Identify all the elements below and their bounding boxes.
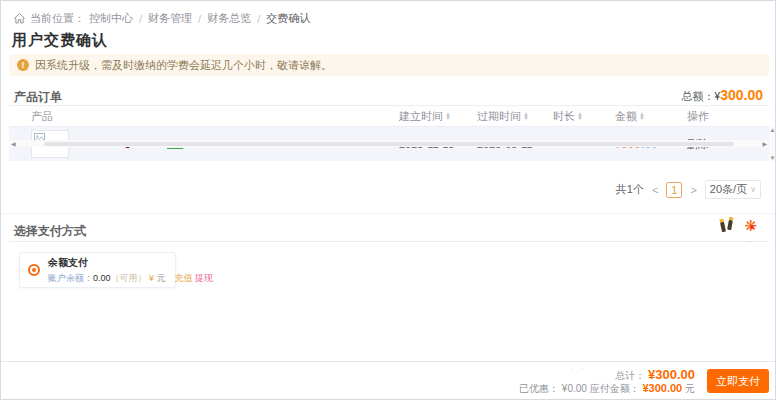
home-icon[interactable] — [13, 12, 26, 25]
breadcrumb-separator: / — [257, 13, 260, 25]
page-title: 用户交费确认 — [12, 31, 108, 50]
warning-text: 因系统升级，需及时缴纳的学费会延迟几个小时，敬请谅解。 — [35, 58, 332, 73]
column-header-duration[interactable]: 时长▲▼ — [553, 109, 615, 124]
prev-page-button[interactable]: < — [650, 184, 660, 196]
dots-icon: ··· — [746, 235, 757, 249]
total-value: 300.00 — [720, 87, 763, 103]
scrollbar-thumb[interactable] — [44, 142, 734, 146]
chevron-down-icon: ∨ — [750, 185, 756, 194]
breadcrumb-location-label: 当前位置： — [30, 11, 85, 26]
pagination: 共1个 < 1 > 20条/页 ∨ — [616, 180, 761, 199]
payment-method-name: 余额支付 — [48, 256, 213, 270]
breadcrumb-item-control-center[interactable]: 控制中心 — [89, 11, 133, 26]
orders-total: 总额：¥300.00 — [682, 87, 763, 104]
totals-summary: 总计： ¥300.00 已优惠： ¥0.00 应付金额： ¥300.00 元 — [519, 368, 695, 395]
orders-table: 产品 建立时间▲▼ 过期时间▲▼ 时长▲▼ 金额▲▼ 操作 ■■■▪ㅡㅡ▮■▪≡… — [9, 105, 769, 161]
payable-unit: 元 — [685, 383, 695, 394]
pagination-total: 共1个 — [616, 182, 644, 197]
firecracker-icon — [720, 219, 734, 233]
breadcrumb-separator: / — [139, 13, 142, 25]
vertical-scrollbar[interactable]: ▲▼ — [769, 127, 776, 161]
payment-method-balance[interactable]: 余额支付 账户余额：0.00（可用） ¥ 元 充值 提现 — [19, 252, 176, 288]
warning-icon: ! — [17, 59, 29, 71]
current-page-button[interactable]: 1 — [666, 182, 682, 198]
summary-label: 总计： — [615, 370, 645, 381]
column-header-product: 产品 — [9, 109, 399, 124]
orders-section-title: 产品订单 — [14, 89, 62, 106]
scroll-up-icon: ▲ — [770, 127, 776, 133]
footer-pay-bar: · · 总计： ¥300.00 已优惠： ¥0.00 应付金额： ¥300.00… — [1, 361, 776, 399]
total-label: 总额： — [682, 90, 715, 102]
payment-section-title: 选择支付方式 — [14, 223, 86, 240]
payment-section-divider — [1, 213, 776, 214]
breadcrumb-separator: / — [198, 13, 201, 25]
discount-label: 已优惠： — [519, 383, 559, 394]
sort-icon[interactable]: ▲▼ — [577, 112, 583, 120]
column-header-action: 操作 — [687, 109, 747, 124]
discount-value: ¥0.00 — [562, 383, 587, 394]
payment-section-underline — [9, 241, 769, 242]
column-header-amount[interactable]: 金额▲▼ — [615, 109, 687, 124]
scroll-left-icon: ◀ — [11, 140, 16, 147]
breadcrumb: 当前位置： 控制中心 / 财务管理 / 财务总览 / 交费确认 — [13, 11, 310, 26]
flower-icon: ❋··· — [744, 219, 757, 233]
page-size-select[interactable]: 20条/页 ∨ — [705, 180, 761, 199]
next-page-button[interactable]: > — [688, 184, 698, 196]
column-header-created[interactable]: 建立时间▲▼ — [399, 109, 477, 124]
breadcrumb-item-finance-management[interactable]: 财务管理 — [148, 11, 192, 26]
warning-alert: ! 因系统升级，需及时缴纳的学费会延迟几个小时，敬请谅解。 — [9, 54, 769, 76]
orders-table-header: 产品 建立时间▲▼ 过期时间▲▼ 时长▲▼ 金额▲▼ 操作 — [9, 105, 769, 127]
horizontal-scrollbar[interactable]: ◀▶ — [9, 140, 769, 147]
balance-info: 账户余额：0.00（可用） ¥ 元 充值 提现 — [48, 272, 213, 285]
summary-value: ¥300.00 — [648, 367, 695, 382]
breadcrumb-item-finance-overview[interactable]: 财务总览 — [207, 11, 251, 26]
sort-icon[interactable]: ▲▼ — [445, 112, 451, 120]
payment-confirm-page: 当前位置： 控制中心 / 财务管理 / 财务总览 / 交费确认 用户交费确认 !… — [0, 0, 776, 400]
column-header-expire[interactable]: 过期时间▲▼ — [477, 109, 553, 124]
scroll-right-icon: ▶ — [762, 140, 767, 147]
sort-icon[interactable]: ▲▼ — [639, 112, 645, 120]
payment-header-icons: ❋··· — [720, 219, 757, 233]
payable-value: ¥300.00 — [642, 382, 682, 394]
sort-icon[interactable]: ▲▼ — [523, 112, 529, 120]
pay-now-button[interactable]: 立即支付 — [707, 369, 769, 393]
radio-selected-icon[interactable] — [28, 264, 40, 276]
payable-label: 应付金额： — [590, 383, 640, 394]
scroll-down-icon: ▼ — [770, 155, 776, 161]
breadcrumb-item-payment-confirm: 交费确认 — [266, 11, 310, 26]
